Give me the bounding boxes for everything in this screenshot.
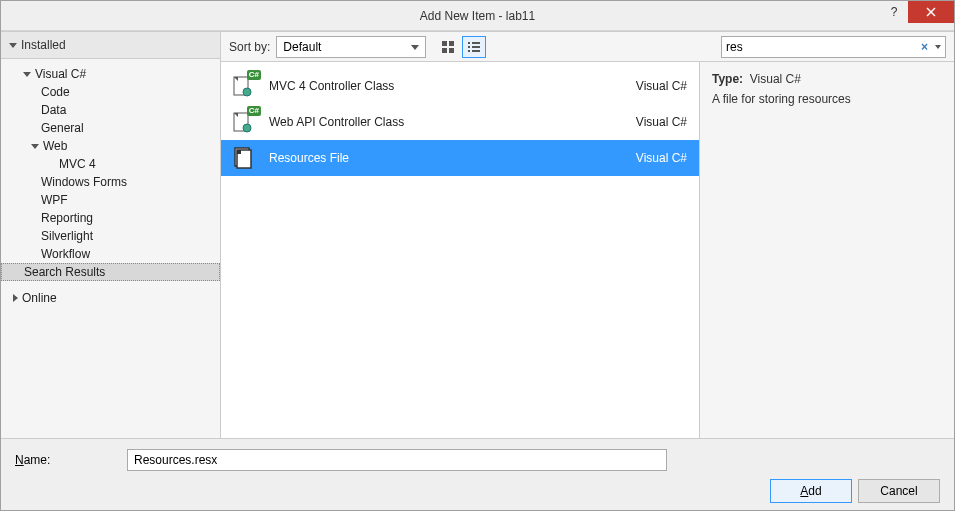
svg-point-13 bbox=[243, 88, 251, 96]
svg-rect-7 bbox=[472, 42, 480, 44]
sidebar-header-installed[interactable]: Installed bbox=[1, 32, 220, 59]
help-button[interactable]: ? bbox=[880, 1, 908, 23]
close-button[interactable] bbox=[908, 1, 954, 23]
name-label: Name: bbox=[15, 453, 115, 467]
template-name: Web API Controller Class bbox=[269, 115, 585, 129]
tree-label: General bbox=[41, 121, 84, 135]
template-list-area: C# MVC 4 Controller Class Visual C# C# W… bbox=[221, 62, 954, 438]
search-input[interactable] bbox=[726, 40, 917, 54]
view-grid-button[interactable] bbox=[436, 36, 460, 58]
tree-label: Visual C# bbox=[35, 67, 86, 81]
chevron-down-icon bbox=[23, 72, 31, 77]
template-lang: Visual C# bbox=[597, 79, 687, 93]
template-item-mvc4-controller[interactable]: C# MVC 4 Controller Class Visual C# bbox=[221, 68, 699, 104]
dialog-button-row: Add Cancel bbox=[1, 471, 954, 511]
sort-label: Sort by: bbox=[229, 40, 270, 54]
name-input[interactable] bbox=[127, 449, 667, 471]
tree-item-workflow[interactable]: Workflow bbox=[1, 245, 220, 263]
name-row: Name: bbox=[1, 439, 954, 471]
search-dropdown-icon[interactable] bbox=[935, 45, 941, 49]
bottom-bar: Name: Add Cancel bbox=[1, 438, 954, 510]
tree-item-online[interactable]: Online bbox=[1, 289, 220, 307]
svg-rect-9 bbox=[472, 46, 480, 48]
window-title: Add New Item - lab11 bbox=[1, 9, 954, 23]
tree-item-code[interactable]: Code bbox=[1, 83, 220, 101]
template-item-webapi-controller[interactable]: C# Web API Controller Class Visual C# bbox=[221, 104, 699, 140]
center-toolbar: Sort by: Default × bbox=[221, 32, 954, 62]
template-lang: Visual C# bbox=[597, 151, 687, 165]
details-panel: Type: Visual C# A file for storing resou… bbox=[699, 62, 954, 438]
svg-point-15 bbox=[243, 124, 251, 132]
sidebar-header-label: Installed bbox=[21, 38, 66, 52]
details-type-value: Visual C# bbox=[750, 72, 801, 86]
grid-icon bbox=[441, 40, 455, 54]
svg-rect-5 bbox=[449, 48, 454, 53]
tree-item-reporting[interactable]: Reporting bbox=[1, 209, 220, 227]
svg-rect-11 bbox=[472, 50, 480, 52]
view-mode-buttons bbox=[436, 36, 486, 58]
svg-rect-2 bbox=[442, 41, 447, 46]
template-icon: C# bbox=[229, 108, 257, 136]
template-list: C# MVC 4 Controller Class Visual C# C# W… bbox=[221, 62, 699, 438]
tree-item-wpf[interactable]: WPF bbox=[1, 191, 220, 209]
svg-rect-8 bbox=[468, 46, 470, 48]
details-type-label: Type: bbox=[712, 72, 743, 86]
title-bar: Add New Item - lab11 ? bbox=[1, 1, 954, 31]
csharp-badge: C# bbox=[247, 106, 261, 116]
content-area: Installed Visual C# Code Data General We… bbox=[1, 31, 954, 438]
tree-item-mvc4[interactable]: MVC 4 bbox=[1, 155, 220, 173]
tree-item-search-results[interactable]: Search Results bbox=[1, 263, 220, 281]
tree-label: Windows Forms bbox=[41, 175, 127, 189]
tree-item-web[interactable]: Web bbox=[1, 137, 220, 155]
chevron-down-icon bbox=[9, 43, 17, 48]
category-sidebar: Installed Visual C# Code Data General We… bbox=[1, 32, 221, 438]
template-icon bbox=[229, 144, 257, 172]
csharp-badge: C# bbox=[247, 70, 261, 80]
sort-value: Default bbox=[283, 40, 321, 54]
template-name: MVC 4 Controller Class bbox=[269, 79, 585, 93]
tree-label: Workflow bbox=[41, 247, 90, 261]
tree-label: Search Results bbox=[24, 265, 105, 279]
tree-item-data[interactable]: Data bbox=[1, 101, 220, 119]
tree-item-windows-forms[interactable]: Windows Forms bbox=[1, 173, 220, 191]
tree-item-visual-csharp[interactable]: Visual C# bbox=[1, 65, 220, 83]
svg-rect-4 bbox=[442, 48, 447, 53]
tree-label: Code bbox=[41, 85, 70, 99]
template-name: Resources File bbox=[269, 151, 585, 165]
view-list-button[interactable] bbox=[462, 36, 486, 58]
template-icon: C# bbox=[229, 72, 257, 100]
add-button[interactable]: Add bbox=[770, 479, 852, 503]
details-description: A file for storing resources bbox=[712, 92, 942, 106]
dialog-window: Add New Item - lab11 ? Installed Visual … bbox=[0, 0, 955, 511]
tree-item-general[interactable]: General bbox=[1, 119, 220, 137]
tree-label: Silverlight bbox=[41, 229, 93, 243]
tree-item-silverlight[interactable]: Silverlight bbox=[1, 227, 220, 245]
chevron-down-icon bbox=[31, 144, 39, 149]
close-icon bbox=[926, 7, 936, 17]
search-box[interactable]: × bbox=[721, 36, 946, 58]
help-icon: ? bbox=[891, 5, 898, 19]
svg-rect-10 bbox=[468, 50, 470, 52]
svg-rect-3 bbox=[449, 41, 454, 46]
category-tree: Visual C# Code Data General Web MVC 4 Wi… bbox=[1, 59, 220, 313]
tree-label: Data bbox=[41, 103, 66, 117]
template-lang: Visual C# bbox=[597, 115, 687, 129]
tree-label: Online bbox=[22, 291, 57, 305]
list-icon bbox=[467, 40, 481, 54]
tree-label: WPF bbox=[41, 193, 68, 207]
template-item-resources-file[interactable]: Resources File Visual C# bbox=[221, 140, 699, 176]
sort-dropdown[interactable]: Default bbox=[276, 36, 426, 58]
tree-label: MVC 4 bbox=[59, 157, 96, 171]
cancel-button[interactable]: Cancel bbox=[858, 479, 940, 503]
svg-rect-6 bbox=[468, 42, 470, 44]
details-type-row: Type: Visual C# bbox=[712, 72, 942, 86]
title-controls: ? bbox=[880, 1, 954, 23]
center-panel: Sort by: Default × bbox=[221, 32, 954, 438]
tree-label: Web bbox=[43, 139, 67, 153]
tree-label: Reporting bbox=[41, 211, 93, 225]
chevron-right-icon bbox=[13, 294, 18, 302]
clear-search-button[interactable]: × bbox=[917, 40, 932, 54]
